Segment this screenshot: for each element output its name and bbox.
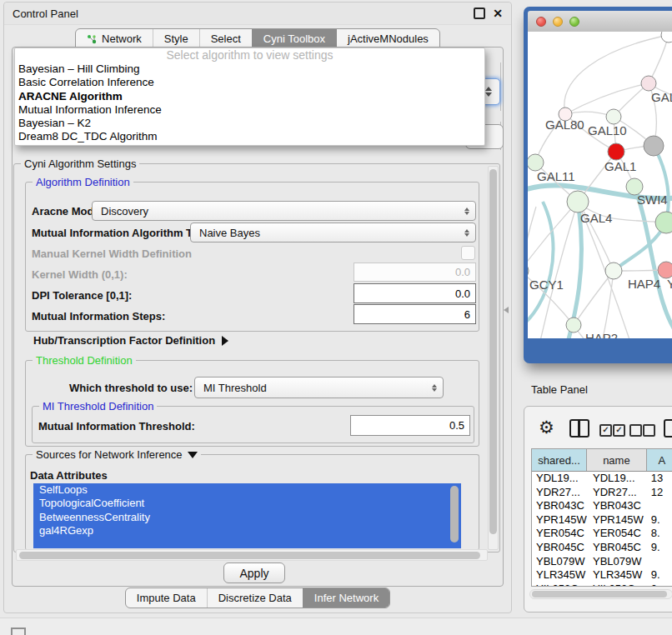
table-mode-icon[interactable] xyxy=(664,419,672,438)
column-header-partial[interactable]: A xyxy=(647,449,672,471)
attributes-scrollbar[interactable] xyxy=(450,486,459,542)
select-all-checkbox-icon[interactable]: ✓ xyxy=(599,424,612,437)
tab-impute-data[interactable]: Impute Data xyxy=(126,588,207,608)
deselect-all-checkbox-icon[interactable] xyxy=(643,424,655,437)
table-row[interactable]: YIL052CYIL052C0. xyxy=(532,582,672,587)
column-header-name[interactable]: name xyxy=(587,449,647,471)
which-threshold-combo[interactable]: MI Threshold xyxy=(194,377,444,398)
tab-infer-network[interactable]: Infer Network xyxy=(303,588,389,608)
float-panel-icon[interactable] xyxy=(474,8,485,19)
settings-horizontal-scrollbar[interactable] xyxy=(16,549,488,561)
apply-button[interactable]: Apply xyxy=(223,562,285,583)
table-row[interactable]: YBL079WYBL079W xyxy=(532,555,672,569)
network-node-GAL4[interactable] xyxy=(567,191,589,212)
dpi-tolerance-field[interactable]: 0.0 xyxy=(354,283,476,303)
control-panel-title: Control Panel xyxy=(13,8,78,20)
gear-icon[interactable]: ⚙ xyxy=(539,418,554,438)
network-view-window[interactable]: GALGAL80GAL10GAL1GAL11SWI4GAL4GCY1HAP4YH… xyxy=(524,7,672,363)
table-cell: YBL079W xyxy=(587,555,647,569)
mi-steps-field[interactable]: 6 xyxy=(354,304,476,324)
table-row[interactable]: YBR045CYBR045C9. xyxy=(532,541,672,555)
tab-jactivemnodules[interactable]: jActiveMNodules xyxy=(336,29,439,48)
close-icon[interactable]: ✕ xyxy=(493,9,503,18)
algorithm-option[interactable]: ARACNE Algorithm xyxy=(15,90,484,103)
column-layout-icon[interactable] xyxy=(569,419,589,438)
zoom-traffic-icon[interactable] xyxy=(569,17,579,27)
data-attributes-label: Data Attributes xyxy=(30,469,108,482)
algorithm-option[interactable]: Mutual Information Inference xyxy=(15,103,484,117)
table-cell: YDR27... xyxy=(532,486,587,500)
combo-spinner-icon xyxy=(464,208,469,215)
tab-network[interactable]: Network xyxy=(76,29,153,48)
network-canvas[interactable]: GALGAL80GAL10GAL1GAL11SWI4GAL4GCY1HAP4YH… xyxy=(528,32,672,338)
control-panel-titlebar[interactable]: Control Panel ✕ xyxy=(4,2,511,25)
network-node-gray-node[interactable] xyxy=(644,136,664,156)
table-row[interactable]: YBR043CYBR043C xyxy=(532,499,672,513)
aracne-mode-value: Discovery xyxy=(101,205,148,218)
network-node-GCY1[interactable] xyxy=(528,262,529,279)
hub-section-toggle[interactable]: Hub/Transcription Factor Definition xyxy=(33,334,228,347)
network-edge[interactable] xyxy=(654,146,669,222)
deselect-all-checkbox-icon[interactable] xyxy=(629,424,642,437)
data-attributes-list[interactable]: SelfLoopsTopologicalCoefficientBetweenne… xyxy=(33,483,461,548)
attribute-item[interactable]: TopologicalCoefficient xyxy=(33,497,461,510)
select-all-checkbox-icon[interactable]: ✓ xyxy=(613,424,625,437)
table-row[interactable]: YDR27...YDR27...12 xyxy=(532,486,672,500)
column-header-shared-name[interactable]: shared... xyxy=(532,449,587,471)
network-node-green-right[interactable] xyxy=(655,212,672,233)
scrollbar-thumb[interactable] xyxy=(489,169,497,534)
algorithm-list: Bayesian – Hill ClimbingBasic Correlatio… xyxy=(15,62,484,144)
tab-discretize-data[interactable]: Discretize Data xyxy=(207,588,303,608)
attribute-item[interactable]: SelfLoops xyxy=(33,483,461,497)
control-panel-window: Control Panel ✕ Network Style Select Cyn… xyxy=(3,2,512,613)
panel-corner-icon[interactable] xyxy=(11,628,26,635)
network-node-HAP2[interactable] xyxy=(566,318,581,332)
bottom-tabstrip: Impute Data Discretize Data Infer Networ… xyxy=(4,588,511,608)
table-row[interactable]: YER054CYER054C8. xyxy=(532,527,672,541)
close-traffic-icon[interactable] xyxy=(536,17,546,27)
network-node-HAP4[interactable] xyxy=(605,262,622,279)
manual-kernel-checkbox[interactable] xyxy=(461,246,475,260)
mi-threshold-field[interactable]: 0.5 xyxy=(350,415,470,436)
network-edge[interactable] xyxy=(599,271,614,338)
network-node-gal-pink[interactable] xyxy=(641,76,656,91)
tab-cyni-toolbox[interactable]: Cyni Toolbox xyxy=(252,29,336,48)
aracne-mode-combo[interactable]: Discovery xyxy=(92,201,476,221)
algorithm-option[interactable]: Dream8 DC_TDC Algorithm xyxy=(15,130,484,143)
network-node-top-node[interactable] xyxy=(661,32,672,42)
which-threshold-label: Which threshold to use: xyxy=(69,382,193,394)
splitter-collapse-icon[interactable] xyxy=(504,307,509,313)
table-horizontal-scrollbar[interactable] xyxy=(529,589,672,599)
tab-style[interactable]: Style xyxy=(153,29,199,48)
scrollbar-thumb[interactable] xyxy=(19,552,480,559)
tab-select[interactable]: Select xyxy=(199,29,252,48)
network-graph: GALGAL80GAL10GAL1GAL11SWI4GAL4GCY1HAP4YH… xyxy=(528,32,672,338)
network-node-GAL10[interactable] xyxy=(606,109,621,124)
algorithm-option[interactable]: Basic Correlation Inference xyxy=(15,76,484,89)
settings-vertical-scrollbar[interactable] xyxy=(488,166,499,550)
mi-type-combo[interactable]: Naive Bayes xyxy=(190,222,476,242)
network-node-salmon-node[interactable] xyxy=(658,262,672,278)
network-edge[interactable] xyxy=(565,83,649,114)
tab-label: Cyni Toolbox xyxy=(263,32,325,45)
table-row[interactable]: YDL19...YDL19...13 xyxy=(532,472,672,486)
table-row[interactable]: YLR345WYLR345W9. xyxy=(532,568,672,582)
scrollbar-thumb[interactable] xyxy=(532,591,667,598)
table-row[interactable]: YPR145WYPR145W9. xyxy=(532,513,672,528)
attribute-item[interactable]: gal4RGexp xyxy=(33,524,461,538)
network-edge[interactable] xyxy=(528,207,536,271)
network-node-GAL1[interactable] xyxy=(608,143,624,160)
node-label-GAL4: GAL4 xyxy=(580,211,612,225)
sources-group-title[interactable]: Sources for Network Inference xyxy=(33,448,201,461)
algorithm-option[interactable]: Bayesian – Hill Climbing xyxy=(15,62,484,76)
attribute-item[interactable]: BetweennessCentrality xyxy=(33,511,461,524)
kernel-width-field[interactable]: 0.0 xyxy=(354,262,476,282)
mi-threshold-definition-title: MI Threshold Definition xyxy=(39,400,157,412)
algorithm-option[interactable]: Bayesian – K2 xyxy=(15,117,484,130)
table-cell xyxy=(647,499,672,513)
network-window-titlebar[interactable] xyxy=(528,11,672,32)
group-border-fragment xyxy=(500,62,501,111)
minimize-traffic-icon[interactable] xyxy=(553,17,563,27)
mi-threshold-value: 0.5 xyxy=(449,419,464,432)
network-node-GAL11[interactable] xyxy=(528,154,544,171)
